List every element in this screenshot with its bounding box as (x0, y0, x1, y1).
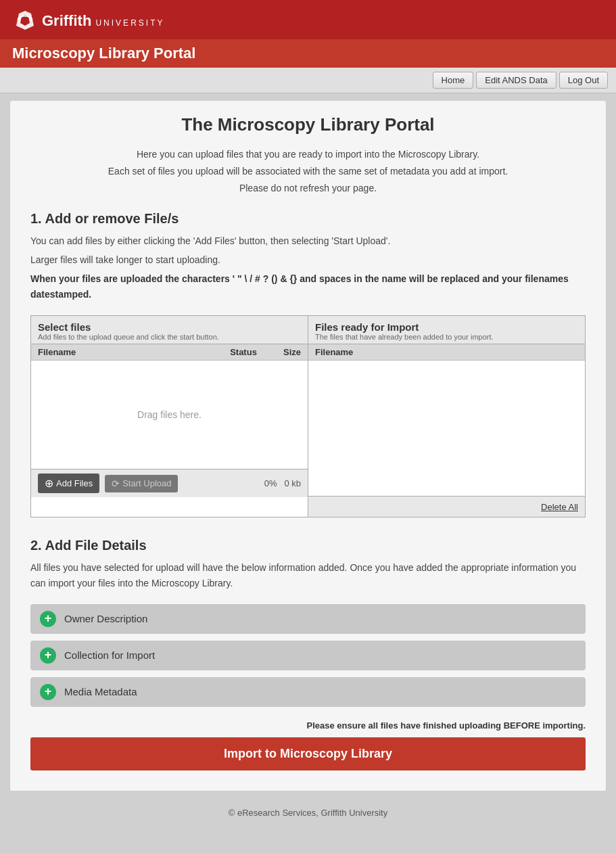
intro-text: Here you can upload files that you are r… (30, 146, 586, 198)
left-panel-title: Select files (38, 321, 301, 333)
upload-icon: ⟳ (112, 478, 120, 489)
progress-size: 0 kb (284, 478, 301, 488)
upload-panels: Select files Add files to the upload que… (30, 315, 586, 517)
header: Griffith UNIVERSITY Microscopy Library P… (0, 0, 616, 68)
progress-info: 0% 0 kb (264, 478, 301, 488)
left-panel-sub: Add files to the upload queue and click … (38, 333, 301, 341)
file-table-header: Filename Status Size (31, 344, 308, 361)
accordion-owner[interactable]: + Owner Description (30, 604, 586, 634)
section1-title: 1. Add or remove File/s (30, 211, 586, 227)
col-filename-label: Filename (38, 347, 220, 357)
accordion-collection-icon: + (40, 647, 56, 664)
section1-desc1: You can add files by either clicking the… (30, 233, 586, 248)
plus-icon: ⊕ (45, 477, 53, 490)
logo-emblem-icon (12, 7, 38, 35)
main-content: The Microscopy Library Portal Here you c… (9, 100, 607, 791)
section2-desc: All files you have selected for upload w… (30, 560, 586, 591)
start-upload-button[interactable]: ⟳ Start Upload (105, 475, 178, 492)
drag-drop-area[interactable]: Drag files here. (31, 361, 308, 469)
upload-footer: ⊕ Add Files ⟳ Start Upload 0% 0 kb (31, 469, 308, 497)
add-files-label: Add Files (56, 478, 93, 488)
app-title: Microscopy Library Portal (12, 45, 604, 62)
upload-left-panel: Select files Add files to the upload que… (31, 316, 308, 517)
right-col-filename-label: Filename (315, 347, 353, 357)
griffith-logo: Griffith UNIVERSITY (12, 7, 164, 35)
right-panel-sub: The files that have already been added t… (315, 333, 578, 341)
home-button[interactable]: Home (433, 72, 474, 89)
add-files-button[interactable]: ⊕ Add Files (38, 474, 99, 493)
drag-text: Drag files here. (137, 409, 202, 420)
site-footer: © eResearch Services, Griffith Universit… (0, 798, 616, 827)
edit-ands-button[interactable]: Edit ANDS Data (476, 72, 556, 89)
col-status-label: Status (220, 347, 267, 357)
intro-line2: Each set of files you upload will be ass… (30, 163, 586, 180)
accordion-media-icon: + (40, 684, 56, 700)
logo-name: Griffith (42, 12, 91, 29)
nav-bar: Home Edit ANDS Data Log Out (0, 68, 616, 93)
accordion-owner-icon: + (40, 611, 56, 627)
section1-desc3: When your files are uploaded the charact… (30, 271, 586, 302)
intro-line3: Please do not refresh your page. (30, 180, 586, 197)
logo-text-group: Griffith UNIVERSITY (42, 14, 164, 28)
right-panel-header: Files ready for Import The files that ha… (308, 316, 585, 344)
accordion-list: + Owner Description + Collection for Imp… (30, 604, 586, 707)
logout-button[interactable]: Log Out (559, 72, 608, 89)
accordion-owner-label: Owner Description (64, 613, 147, 624)
right-file-table-header: Filename (308, 344, 585, 361)
page-title: The Microscopy Library Portal (30, 114, 586, 135)
delete-all-link[interactable]: Delete All (541, 502, 578, 512)
upload-right-panel: Files ready for Import The files that ha… (308, 316, 585, 517)
right-footer: Delete All (308, 496, 585, 517)
start-upload-label: Start Upload (122, 478, 171, 488)
accordion-collection[interactable]: + Collection for Import (30, 641, 586, 670)
col-size-label: Size (267, 347, 301, 357)
left-panel-header: Select files Add files to the upload que… (31, 316, 308, 344)
logo-university: UNIVERSITY (95, 18, 164, 28)
section2-title: 2. Add File Details (30, 538, 586, 553)
accordion-collection-label: Collection for Import (64, 649, 155, 661)
accordion-media[interactable]: + Media Metadata (30, 677, 586, 707)
ready-files-area (308, 361, 585, 496)
footer-text: © eResearch Services, Griffith Universit… (229, 808, 387, 818)
import-warning: Please ensure all files have finished up… (30, 720, 586, 731)
import-section: Please ensure all files have finished up… (30, 720, 586, 770)
progress-percent: 0% (264, 478, 277, 488)
section1-desc2: Larger files will take longer to start u… (30, 252, 586, 267)
import-button[interactable]: Import to Microscopy Library (30, 737, 586, 770)
app-title-bar: Microscopy Library Portal (0, 39, 616, 68)
logo-area: Griffith UNIVERSITY (0, 0, 616, 39)
accordion-media-label: Media Metadata (64, 686, 137, 697)
right-panel-title: Files ready for Import (315, 321, 578, 333)
intro-line1: Here you can upload files that you are r… (30, 146, 586, 163)
